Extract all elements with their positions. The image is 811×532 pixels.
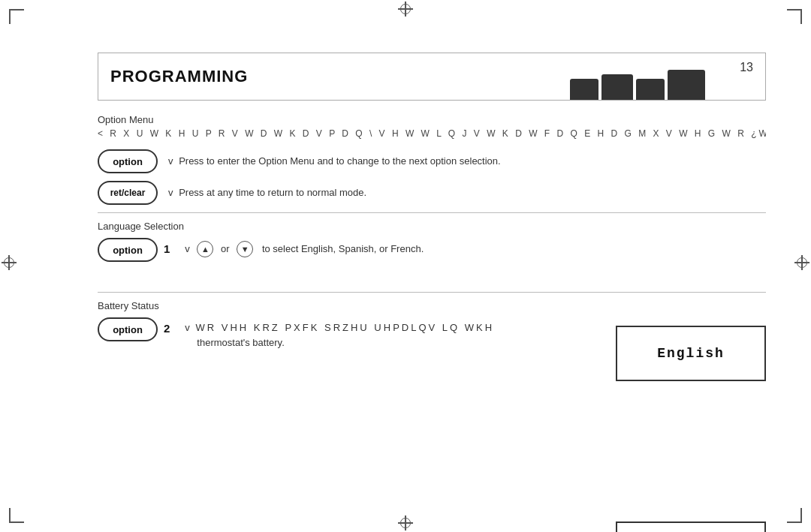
divider-1 <box>98 212 766 213</box>
scroll-text: < R X U W K H U P R V W D W K D V P D Q … <box>98 128 766 139</box>
language-desc-text: to select English, Spanish, or French. <box>262 243 424 254</box>
battery-row: option 2 v WR VHH KRZ PXFK SRZHU UHPDLQV… <box>98 317 766 350</box>
corner-mark-tl <box>9 9 27 27</box>
bullet-4: v <box>185 322 190 333</box>
battery-section: Battery Status option 2 v WR VHH KRZ PXF… <box>98 300 766 350</box>
header-shape-1 <box>570 79 598 100</box>
step-number-2: 2 <box>164 317 170 335</box>
ret-clear-row: ret/clear v Press at any time to return … <box>98 181 766 205</box>
option-desc-text: Press to enter the Option Menu and to ch… <box>179 155 501 167</box>
battery-description: v WR VHH KRZ PXFK SRZHU UHPDLQV LQ WKH t… <box>185 317 494 350</box>
corner-mark-bl <box>9 505 27 523</box>
option-button-2[interactable]: option <box>98 238 158 262</box>
option-menu-label: Option Menu <box>98 114 766 125</box>
crosshair-right <box>794 255 809 270</box>
page-header: PROGRAMMING 13 <box>98 53 766 101</box>
language-description: v ▲ or ▼ to select English, Spanish, or … <box>185 238 424 257</box>
option-button-3[interactable]: option <box>98 317 158 341</box>
battery-desc-text-1: WR VHH KRZ PXFK SRZHU UHPDLQV LQ WKH <box>195 322 494 333</box>
corner-mark-br <box>784 505 802 523</box>
language-section-label: Language Selection <box>98 221 766 232</box>
up-arrow-btn[interactable]: ▲ <box>197 241 213 257</box>
header-shape-4 <box>668 70 705 100</box>
crosshair-left <box>2 255 17 270</box>
language-section: Language Selection option 1 v ▲ or ▼ to … <box>98 221 766 262</box>
language-row: option 1 v ▲ or ▼ to select English, Spa… <box>98 238 766 262</box>
down-arrow-btn[interactable]: ▼ <box>237 241 253 257</box>
option-menu-section: Option Menu < R X U W K H U P R V W D W … <box>98 114 766 205</box>
header-shape-2 <box>601 74 633 100</box>
crosshair-top <box>398 2 413 17</box>
battery-display-panel: Batt <box>616 521 766 532</box>
or-text: or <box>221 243 230 254</box>
page-number: 13 <box>740 61 753 74</box>
main-content: PROGRAMMING 13 Option Menu < R X U W K H… <box>98 53 766 487</box>
option-button-1[interactable]: option <box>98 149 158 173</box>
option-row: option v Press to enter the Option Menu … <box>98 149 766 173</box>
page-title: PROGRAMMING <box>110 67 248 86</box>
corner-mark-tr <box>784 9 802 27</box>
battery-display-inner: Batt <box>617 523 764 532</box>
battery-desc-text-2: thermostat's battery. <box>197 337 284 348</box>
bullet-1: v <box>168 155 173 167</box>
header-shape-3 <box>636 79 665 100</box>
ret-clear-button[interactable]: ret/clear <box>98 181 158 205</box>
bullet-3: v <box>185 243 190 254</box>
ret-clear-desc-text: Press at any time to return to normal mo… <box>179 187 366 198</box>
divider-2 <box>98 292 766 293</box>
bullet-2: v <box>168 187 173 198</box>
header-shapes <box>570 70 705 100</box>
option-description: v Press to enter the Option Menu and to … <box>168 149 501 169</box>
crosshair-bottom <box>398 515 413 530</box>
ret-clear-description: v Press at any time to return to normal … <box>168 181 366 200</box>
step-number-1: 1 <box>164 238 170 255</box>
battery-section-label: Battery Status <box>98 300 766 311</box>
